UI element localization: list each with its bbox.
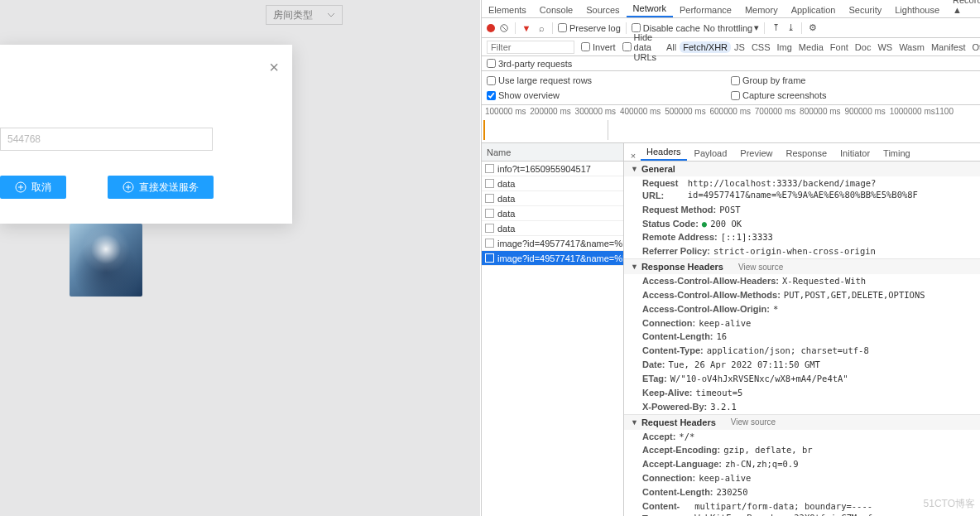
detail-tab-headers[interactable]: Headers	[641, 144, 687, 161]
file-icon	[485, 253, 494, 263]
filter-row: Invert Hide data URLs AllFetch/XHRJSCSSI…	[482, 38, 980, 56]
request-name: image?id=49577417&name=%E7%9A...	[497, 253, 623, 263]
request-name: data	[497, 179, 515, 189]
filter-type-font[interactable]: Font	[827, 41, 852, 53]
caret-down-icon: ▼	[631, 418, 638, 427]
filter-type-css[interactable]: CSS	[748, 41, 774, 53]
devtools-tab-recorder ▲[interactable]: Recorder ▲	[946, 0, 980, 17]
devtools-tab-elements[interactable]: Elements	[482, 2, 533, 17]
devtools-tab-lighthouse[interactable]: Lighthouse	[888, 2, 946, 17]
header-row: Accept:*/*	[624, 430, 980, 444]
filter-type-wasm[interactable]: Wasm	[896, 41, 928, 53]
request-row[interactable]: data	[482, 191, 623, 206]
plus-circle-icon	[15, 181, 26, 193]
devtools-tab-security[interactable]: Security	[842, 2, 888, 17]
filter-type-img[interactable]: Img	[774, 41, 795, 53]
filter-type-media[interactable]: Media	[795, 41, 827, 53]
filter-input[interactable]	[487, 41, 574, 54]
devtools-tab-network[interactable]: Network	[627, 1, 673, 17]
capture-screenshots-checkbox[interactable]: Capture screenshots	[731, 90, 975, 100]
detail-tab-initiator[interactable]: Initiator	[834, 146, 876, 161]
header-row: Access-Control-Allow-Headers:X-Requested…	[624, 274, 980, 288]
filter-icon[interactable]: ▼	[521, 22, 532, 34]
devtools-tab-sources[interactable]: Sources	[579, 2, 626, 17]
upload-icon[interactable]: ⤓	[785, 22, 796, 34]
header-row: X-Powered-By:3.2.1	[624, 400, 980, 414]
filter-type-ws[interactable]: WS	[874, 41, 896, 53]
request-row[interactable]: image?id=49577417&name=%E7%9A...	[482, 236, 623, 251]
header-row: ETag:W/"10-oV4hJxRVSENxc/wX8+mA4/Pe4tA"	[624, 372, 980, 386]
request-list-header: Name	[482, 143, 623, 162]
request-row[interactable]: data	[482, 206, 623, 221]
header-row: Referrer Policy:strict-origin-when-cross…	[624, 244, 980, 258]
preserve-log-checkbox[interactable]: Preserve log	[558, 23, 621, 33]
devtools-tab-performance[interactable]: Performance	[673, 2, 738, 17]
plus-circle-icon	[122, 181, 134, 193]
send-service-button[interactable]: 直接发送服务	[108, 176, 214, 199]
search-icon[interactable]: ⌕	[536, 22, 547, 34]
overview-options: Use large request rows Group by frame Sh…	[482, 71, 980, 105]
filter-type-other[interactable]: Other	[968, 41, 980, 53]
clear-icon[interactable]	[498, 22, 510, 34]
devtools-tab-bar: ElementsConsoleSourcesNetworkPerformance…	[482, 0, 980, 18]
detail-tab-timing[interactable]: Timing	[877, 146, 916, 161]
header-row: Accept-Encoding:gzip, deflate, br	[624, 443, 980, 457]
room-type-label: 房间类型	[273, 8, 313, 22]
request-name: data	[497, 194, 515, 204]
chevron-down-icon	[327, 11, 335, 19]
detail-tab-preview[interactable]: Preview	[734, 146, 778, 161]
request-row[interactable]: info?t=1650955904517	[482, 162, 623, 176]
request-row[interactable]: data	[482, 221, 623, 236]
header-row: Content-Length:230250	[624, 485, 980, 499]
gear-icon[interactable]: ⚙	[807, 22, 819, 34]
request-row[interactable]: image?id=49577417&name=%E7%9A...	[482, 251, 623, 266]
request-name: image?id=49577417&name=%E7%9A...	[497, 239, 623, 248]
file-icon	[485, 224, 494, 233]
header-row: Access-Control-Allow-Methods:PUT,POST,GE…	[624, 288, 980, 302]
devtools-tab-memory[interactable]: Memory	[738, 2, 785, 17]
cancel-button[interactable]: 取消	[0, 176, 66, 199]
response-headers-section: ▼Response HeadersView source Access-Cont…	[624, 259, 980, 414]
filter-type-js[interactable]: JS	[731, 41, 748, 53]
header-row: Remote Address:[::1]:3333	[624, 230, 980, 244]
throttling-select[interactable]: No throttling ▾	[704, 22, 759, 33]
general-section: ▼General Request URL:http://localhost:33…	[624, 162, 980, 259]
file-icon	[485, 209, 494, 218]
room-type-select[interactable]: 房间类型	[266, 5, 343, 25]
file-icon	[485, 239, 494, 248]
close-icon[interactable]: ×	[269, 58, 279, 77]
request-headers-section: ▼Request HeadersView source Accept:*/*Ac…	[624, 415, 980, 517]
filter-type-manifest[interactable]: Manifest	[928, 41, 969, 53]
text-input[interactable]: 544768	[0, 128, 213, 151]
devtools-tab-application[interactable]: Application	[785, 2, 843, 17]
large-rows-checkbox[interactable]: Use large request rows	[487, 75, 731, 85]
close-detail-icon[interactable]: ×	[627, 151, 639, 161]
caret-down-icon: ▼	[631, 165, 638, 173]
network-timeline[interactable]: 100000 ms200000 ms300000 ms400000 ms5000…	[482, 105, 980, 143]
filter-type-all[interactable]: All	[663, 41, 680, 53]
caret-down-icon: ▼	[631, 263, 638, 271]
modal-dialog: × 544768 取消 直接发送服务	[0, 45, 292, 224]
detail-tab-payload[interactable]: Payload	[689, 146, 733, 161]
detail-tab-response[interactable]: Response	[780, 146, 833, 161]
header-row: Content-Type:multipart/form-data; bounda…	[624, 499, 980, 516]
file-icon	[485, 164, 494, 173]
invert-checkbox[interactable]: Invert	[581, 42, 616, 52]
file-icon	[485, 194, 494, 203]
filter-type-doc[interactable]: Doc	[852, 41, 875, 53]
input-value: 544768	[7, 133, 41, 145]
request-name: data	[497, 224, 515, 234]
request-row[interactable]: data	[482, 176, 623, 191]
show-overview-checkbox[interactable]: Show overview	[487, 90, 731, 100]
header-row: Content-Length:16	[624, 330, 980, 344]
request-name: data	[497, 209, 515, 219]
third-party-checkbox[interactable]: 3rd-party requests	[487, 59, 572, 69]
header-row: Connection:keep-alive	[624, 471, 980, 485]
wifi-icon[interactable]: ⤒	[770, 22, 781, 34]
request-list: Name info?t=1650955904517datadatadatadat…	[482, 143, 624, 516]
devtools-tab-console[interactable]: Console	[533, 2, 579, 17]
header-row: Keep-Alive:timeout=5	[624, 386, 980, 400]
record-button[interactable]	[487, 24, 495, 32]
group-by-frame-checkbox[interactable]: Group by frame	[731, 75, 975, 85]
filter-type-fetchxhr[interactable]: Fetch/XHR	[680, 41, 731, 53]
